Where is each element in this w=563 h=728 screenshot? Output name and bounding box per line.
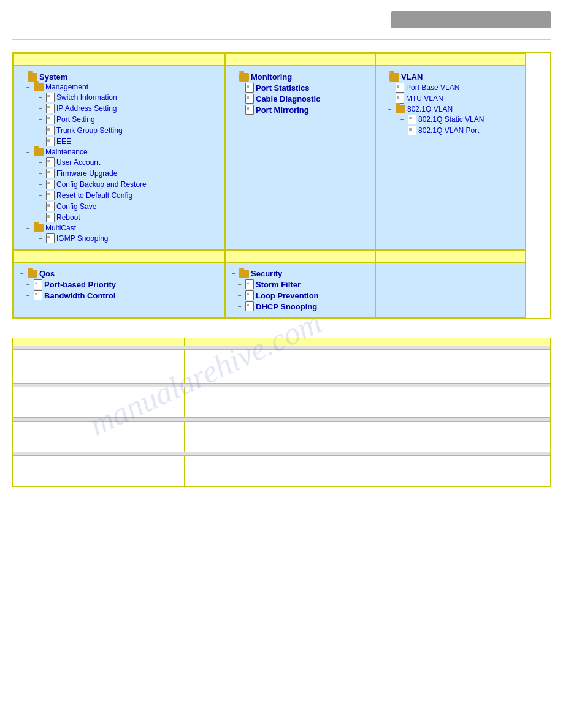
dot1q-static-vlan-toggle[interactable]: − xyxy=(400,116,407,123)
eee-item[interactable]: − EEE xyxy=(39,137,218,146)
eee-toggle[interactable]: − xyxy=(39,138,45,145)
reset-default-toggle[interactable]: − xyxy=(39,192,45,199)
reset-default-item[interactable]: − Reset to Default Config xyxy=(39,191,218,200)
storm-filter-item[interactable]: − Storm Filter xyxy=(238,279,369,289)
port-statistics-label: Port Statistics xyxy=(256,83,309,93)
empty-cell xyxy=(375,262,526,318)
security-root[interactable]: − Security xyxy=(232,269,369,278)
dot1q-vlan-toggle[interactable]: − xyxy=(388,106,394,113)
qos-toggle[interactable]: − xyxy=(20,270,26,277)
port-setting-toggle[interactable]: − xyxy=(39,116,45,123)
monitoring-root[interactable]: − Monitoring xyxy=(232,72,369,82)
monitoring-toggle[interactable]: − xyxy=(232,74,238,80)
dot1q-vlan-port-item[interactable]: − 802.1Q VLAN Port xyxy=(400,126,519,135)
dot1q-static-vlan-item[interactable]: − 802.1Q Static VLAN xyxy=(400,115,519,124)
user-account-item[interactable]: − User Account xyxy=(39,157,218,167)
reboot-toggle[interactable]: − xyxy=(39,214,45,221)
management-folder-icon xyxy=(34,83,44,91)
bottom-row-3 xyxy=(13,422,551,452)
config-backup-toggle[interactable]: − xyxy=(39,181,45,188)
maintenance-label: Maintenance xyxy=(45,148,88,156)
port-base-vlan-toggle[interactable]: − xyxy=(388,85,394,91)
bottom-row-1-col2 xyxy=(185,350,551,384)
storm-filter-label: Storm Filter xyxy=(256,280,301,289)
port-mirroring-toggle[interactable]: − xyxy=(238,107,244,113)
system-root[interactable]: − System xyxy=(20,72,218,82)
bottom-row-1 xyxy=(13,350,551,384)
eee-label: EEE xyxy=(56,137,71,146)
config-save-toggle[interactable]: − xyxy=(39,203,45,210)
ip-address-icon xyxy=(46,104,55,113)
dhcp-snooping-item[interactable]: − DHCP Snooping xyxy=(238,301,369,311)
trunk-group-icon xyxy=(46,126,55,135)
port-base-vlan-item[interactable]: − Port Base VLAN xyxy=(388,83,519,93)
dhcp-snooping-label: DHCP Snooping xyxy=(256,302,317,311)
bandwidth-control-toggle[interactable]: − xyxy=(26,292,33,299)
security-folder-icon xyxy=(239,270,249,278)
switch-info-item[interactable]: − Switch Information xyxy=(39,93,218,102)
port-statistics-toggle[interactable]: − xyxy=(238,85,244,91)
firmware-item[interactable]: − Firmware Upgrade xyxy=(39,169,218,178)
dhcp-snooping-toggle[interactable]: − xyxy=(238,303,244,310)
top-bar-gray xyxy=(391,11,551,28)
port-priority-label: Port-based Priority xyxy=(44,280,116,289)
qos-label: Qos xyxy=(39,269,55,278)
management-root[interactable]: − Management xyxy=(26,83,218,91)
header-system xyxy=(13,53,225,66)
port-mirroring-icon xyxy=(245,105,254,115)
vlan-label: VLAN xyxy=(401,72,423,82)
loop-prevention-toggle[interactable]: − xyxy=(238,292,244,299)
vlan-root[interactable]: − VLAN xyxy=(382,72,519,82)
port-base-vlan-icon xyxy=(396,83,404,93)
multicast-root[interactable]: − MultiCast xyxy=(26,224,218,232)
monitoring-folder-icon xyxy=(239,73,249,82)
dot1q-vlan-port-toggle[interactable]: − xyxy=(400,127,407,134)
page-wrapper: − System − Management − Switch Informati… xyxy=(0,0,563,728)
loop-prevention-item[interactable]: − Loop Prevention xyxy=(238,290,369,300)
mtu-vlan-toggle[interactable]: − xyxy=(388,96,394,102)
port-base-vlan-label: Port Base VLAN xyxy=(406,83,459,92)
ip-address-toggle[interactable]: − xyxy=(39,105,45,112)
cable-diagnostic-item[interactable]: − Cable Diagnostic xyxy=(238,94,369,104)
mtu-vlan-item[interactable]: − MTU VLAN xyxy=(388,94,519,104)
qos-root[interactable]: − Qos xyxy=(20,269,218,278)
dot1q-vlan-port-label: 802.1Q VLAN Port xyxy=(418,126,479,135)
bottom-row-3-col2 xyxy=(185,422,551,452)
mtu-vlan-label: MTU VLAN xyxy=(406,94,443,103)
port-priority-toggle[interactable]: − xyxy=(26,281,33,288)
firmware-toggle[interactable]: − xyxy=(39,170,45,177)
igmp-toggle[interactable]: − xyxy=(39,235,45,242)
port-setting-item[interactable]: − Port Setting xyxy=(39,115,218,124)
bandwidth-control-item[interactable]: − Bandwidth Control xyxy=(26,290,218,300)
maintenance-toggle[interactable]: − xyxy=(26,149,33,156)
bottom-row-4-col2 xyxy=(185,456,551,487)
management-toggle[interactable]: − xyxy=(26,84,33,91)
storm-filter-toggle[interactable]: − xyxy=(238,281,244,288)
bottom-row-2 xyxy=(13,387,551,418)
config-backup-item[interactable]: − Config Backup and Restore xyxy=(39,180,218,189)
ip-address-item[interactable]: − IP Address Setting xyxy=(39,104,218,113)
bottom-row-4-col1 xyxy=(13,456,185,487)
security-toggle[interactable]: − xyxy=(232,270,238,277)
multicast-folder-icon xyxy=(34,224,44,232)
config-save-item[interactable]: − Config Save xyxy=(39,202,218,211)
port-mirroring-item[interactable]: − Port Mirroring xyxy=(238,105,369,115)
system-toggle[interactable]: − xyxy=(20,74,26,80)
trunk-group-toggle[interactable]: − xyxy=(39,127,45,134)
port-statistics-item[interactable]: − Port Statistics xyxy=(238,83,369,93)
config-save-label: Config Save xyxy=(56,202,96,211)
multicast-toggle[interactable]: − xyxy=(26,225,33,232)
trunk-group-item[interactable]: − Trunk Group Setting xyxy=(39,126,218,135)
reboot-item[interactable]: − Reboot xyxy=(39,213,218,222)
port-priority-item[interactable]: − Port-based Priority xyxy=(26,279,218,289)
switch-info-toggle[interactable]: − xyxy=(39,94,45,101)
vlan-toggle[interactable]: − xyxy=(382,74,388,80)
maintenance-root[interactable]: − Maintenance xyxy=(26,148,218,156)
dot1q-vlan-root[interactable]: − 802.1Q VLAN xyxy=(388,105,519,113)
igmp-item[interactable]: − IGMP Snooping xyxy=(39,233,218,243)
cable-diagnostic-toggle[interactable]: − xyxy=(238,96,244,102)
vlan-cell: − VLAN − Port Base VLAN − MTU VLAN − xyxy=(375,66,526,250)
loop-prevention-label: Loop Prevention xyxy=(256,291,319,300)
bottom-table-header-col2 xyxy=(185,338,551,346)
user-account-toggle[interactable]: − xyxy=(39,159,45,166)
